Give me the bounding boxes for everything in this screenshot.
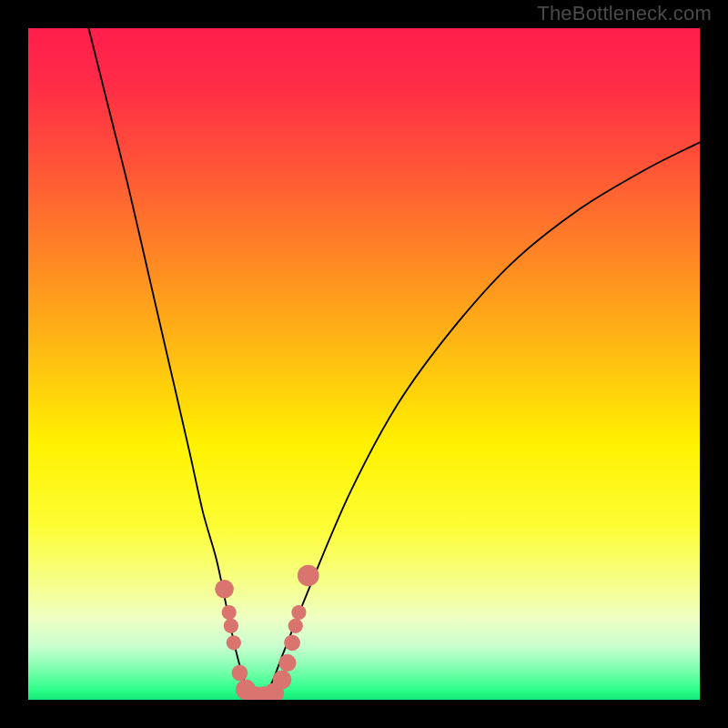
curve-marker	[222, 605, 237, 620]
attribution-text: TheBottleneck.com	[537, 2, 712, 25]
curve-marker	[215, 580, 234, 599]
bottleneck-curve	[28, 28, 700, 700]
plot-area	[28, 28, 700, 700]
curve-marker	[284, 634, 300, 651]
curve-marker	[224, 619, 238, 633]
curve-marker	[288, 619, 303, 633]
curve-marker	[291, 605, 306, 620]
curve-marker	[278, 654, 296, 672]
curve-marker	[232, 665, 248, 682]
curve-marker	[227, 635, 241, 650]
curve-marker	[273, 671, 292, 690]
curve-marker	[298, 565, 319, 587]
chart-frame: TheBottleneck.com	[0, 0, 728, 728]
